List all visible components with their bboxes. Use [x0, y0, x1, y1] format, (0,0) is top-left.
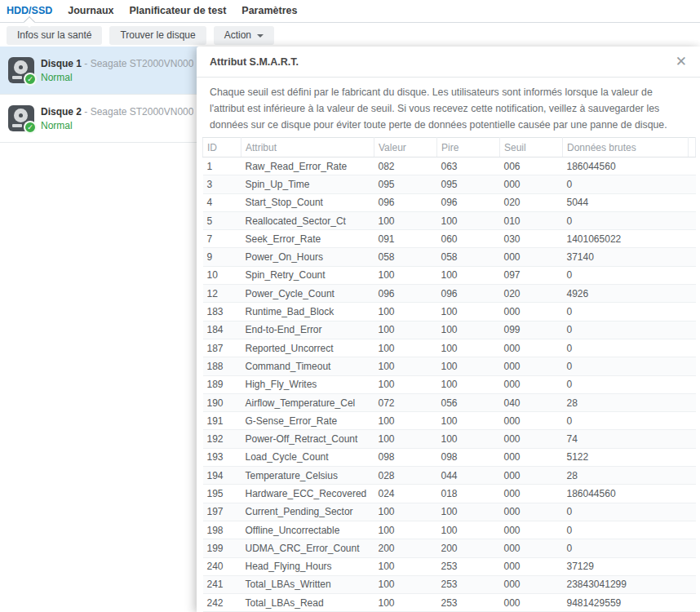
- table-cell: 100: [374, 412, 437, 430]
- action-button[interactable]: Action: [214, 26, 274, 45]
- table-cell: 100: [374, 266, 437, 284]
- table-cell: 0: [563, 211, 689, 229]
- table-cell-gutter: [689, 230, 696, 248]
- tab-planificateur-de-test[interactable]: Planificateur de test: [130, 0, 227, 22]
- button-label: Infos sur la santé: [17, 29, 91, 41]
- trouver-le-disque-button[interactable]: Trouver le disque: [109, 26, 206, 45]
- table-cell: 186044560: [563, 485, 689, 503]
- table-cell: 195: [203, 485, 241, 503]
- hdd-icon: ✓: [8, 105, 34, 131]
- table-row[interactable]: 198Offline_Uncorrectable1001000000: [203, 521, 696, 539]
- smart-table-header: IDAttributValeurPireSeuilDonnées brutes: [203, 138, 696, 157]
- table-cell: 000: [500, 448, 563, 466]
- table-cell: 100: [437, 503, 500, 521]
- table-cell: Command_Timeout: [241, 357, 374, 375]
- table-cell-gutter: [689, 539, 696, 557]
- table-row[interactable]: 193Load_Cycle_Count0980980005122: [203, 448, 696, 466]
- table-cell: 000: [500, 248, 563, 266]
- table-cell: 0: [563, 357, 689, 375]
- table-cell: 253: [437, 594, 500, 612]
- table-row[interactable]: 191G-Sense_Error_Rate1001000000: [203, 412, 696, 430]
- table-cell: 095: [437, 175, 500, 193]
- table-cell: 000: [500, 575, 563, 593]
- table-cell-gutter: [689, 266, 696, 284]
- table-row[interactable]: 194Temperature_Celsius02804400028: [203, 467, 696, 485]
- table-cell: 000: [500, 557, 563, 575]
- smart-table: IDAttributValeurPireSeuilDonnées brutes …: [202, 137, 696, 612]
- dialog-body: Chaque seuil est défini par le fabricant…: [197, 78, 700, 612]
- table-row[interactable]: 10Spin_Retry_Count1001000970: [203, 266, 696, 284]
- table-cell-gutter: [689, 303, 696, 321]
- table-cell: 0: [563, 175, 689, 193]
- table-cell: 199: [203, 539, 241, 557]
- table-cell: 100: [437, 339, 500, 357]
- table-row[interactable]: 199UDMA_CRC_Error_Count2002000000: [203, 539, 696, 557]
- table-cell-gutter: [689, 193, 696, 211]
- table-cell: 020: [500, 193, 563, 211]
- table-cell: 5044: [563, 193, 689, 211]
- table-row[interactable]: 188Command_Timeout1001000000: [203, 357, 696, 375]
- table-cell: Total_LBAs_Written: [241, 575, 374, 593]
- table-row[interactable]: 4Start_Stop_Count0960960205044: [203, 193, 696, 211]
- table-cell-gutter: [689, 285, 696, 303]
- table-row[interactable]: 197Current_Pending_Sector1001000000: [203, 503, 696, 521]
- table-cell: 240: [203, 557, 241, 575]
- table-cell: 000: [500, 485, 563, 503]
- table-cell: 0: [563, 339, 689, 357]
- table-row[interactable]: 1Raw_Read_Error_Rate082063006186044560: [203, 157, 696, 175]
- table-cell: End-to-End_Error: [241, 321, 374, 339]
- close-icon[interactable]: ✕: [676, 55, 687, 69]
- table-cell: 191: [203, 412, 241, 430]
- table-cell: 4: [203, 193, 241, 211]
- table-row[interactable]: 187Reported_Uncorrect1001000000: [203, 339, 696, 357]
- table-cell: 28: [563, 467, 689, 485]
- table-cell: 183: [203, 303, 241, 321]
- table-cell: 000: [500, 467, 563, 485]
- table-row[interactable]: 240Head_Flying_Hours10025300037129: [203, 557, 696, 575]
- table-cell: 000: [500, 412, 563, 430]
- table-cell-gutter: [689, 521, 696, 539]
- table-row[interactable]: 9Power_On_Hours05805800037140: [203, 248, 696, 266]
- column-header-id: ID: [203, 138, 241, 157]
- table-row[interactable]: 241Total_LBAs_Written1002530002384304129…: [203, 575, 696, 593]
- table-row[interactable]: 184End-to-End_Error1001000990: [203, 321, 696, 339]
- table-cell: 072: [374, 393, 437, 411]
- table-cell: 100: [374, 375, 437, 393]
- table-cell-gutter: [689, 157, 696, 175]
- table-cell: 024: [374, 485, 437, 503]
- tab-hdd-ssd[interactable]: HDD/SSD: [7, 0, 52, 22]
- table-row[interactable]: 5Reallocated_Sector_Ct1001000100: [203, 211, 696, 229]
- table-row[interactable]: 192Power-Off_Retract_Count10010000074: [203, 430, 696, 448]
- tab-journaux[interactable]: Journaux: [68, 0, 113, 22]
- table-cell: 9: [203, 248, 241, 266]
- infos-sur-la-sant--button[interactable]: Infos sur la santé: [7, 26, 102, 45]
- table-cell: 099: [500, 321, 563, 339]
- table-cell: 096: [374, 285, 437, 303]
- top-nav: HDD/SSDJournauxPlanificateur de testPara…: [0, 0, 700, 23]
- table-cell: 1401065022: [563, 230, 689, 248]
- column-header-pire: Pire: [437, 138, 500, 157]
- dialog-description: Chaque seuil est défini par le fabricant…: [210, 84, 688, 133]
- table-cell: Seek_Error_Rate: [241, 230, 374, 248]
- table-row[interactable]: 183Runtime_Bad_Block1001000000: [203, 303, 696, 321]
- table-row[interactable]: 7Seek_Error_Rate0910600301401065022: [203, 230, 696, 248]
- tab-param-tres[interactable]: Paramètres: [241, 0, 297, 22]
- table-cell: 7: [203, 230, 241, 248]
- table-cell: 188: [203, 357, 241, 375]
- table-cell: 28: [563, 393, 689, 411]
- table-cell: 020: [500, 285, 563, 303]
- table-cell-gutter: [689, 448, 696, 466]
- table-row[interactable]: 3Spin_Up_Time0950950000: [203, 175, 696, 193]
- table-row[interactable]: 189High_Fly_Writes1001000000: [203, 375, 696, 393]
- table-cell: 040: [500, 393, 563, 411]
- table-cell: 37129: [563, 557, 689, 575]
- table-row[interactable]: 242Total_LBAs_Read1002530009481429559: [203, 594, 696, 612]
- table-cell: 044: [437, 467, 500, 485]
- table-row[interactable]: 12Power_Cycle_Count0960960204926: [203, 285, 696, 303]
- table-cell: High_Fly_Writes: [241, 375, 374, 393]
- table-row[interactable]: 190Airflow_Temperature_Cel07205604028: [203, 393, 696, 411]
- table-cell: 200: [374, 539, 437, 557]
- table-cell: Spin_Retry_Count: [241, 266, 374, 284]
- table-cell: 100: [437, 521, 500, 539]
- table-row[interactable]: 195Hardware_ECC_Recovered024018000186044…: [203, 485, 696, 503]
